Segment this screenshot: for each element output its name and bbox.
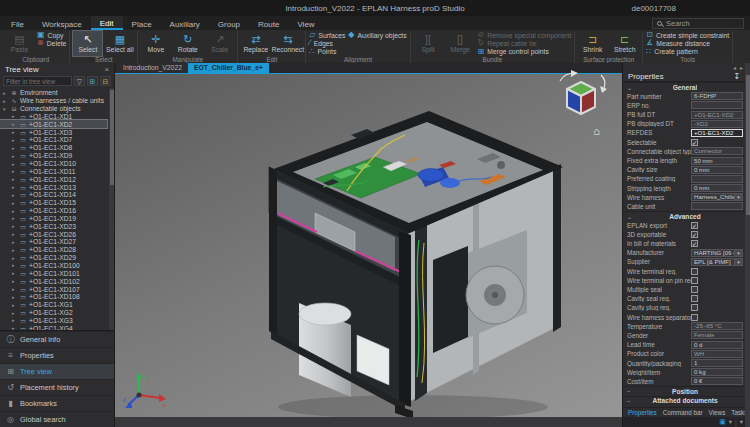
property-value[interactable]: 50 mm xyxy=(691,157,743,165)
properties-scrollbar[interactable] xyxy=(745,63,750,427)
property-value[interactable]: -XD2 xyxy=(691,120,743,128)
dropdown-icon[interactable] xyxy=(735,258,743,266)
tree-item[interactable]: ▸ ▭ +O1-EC1-XD26 xyxy=(0,230,107,238)
checkbox[interactable] xyxy=(691,240,698,247)
property-value[interactable]: 6-FDHP xyxy=(691,92,743,100)
checkbox[interactable] xyxy=(691,268,698,275)
search-input[interactable]: Search xyxy=(652,18,744,29)
expander-icon[interactable]: ▸ xyxy=(12,262,17,268)
tree-item[interactable]: ▸ ▭ +O1-EC1-XD29 xyxy=(0,254,107,262)
expander-icon[interactable]: ▸ xyxy=(12,176,17,182)
property-row[interactable]: Fixed extra length 50 mm xyxy=(623,156,745,165)
expander-icon[interactable]: ▸ xyxy=(12,121,17,127)
tree-item[interactable]: ▸ ▭ +O1-EC1-XG2 xyxy=(0,309,107,317)
dropdown-icon[interactable] xyxy=(735,193,743,201)
expander-icon[interactable]: ▸ xyxy=(12,239,17,245)
expander-icon[interactable]: ▸ xyxy=(12,310,17,316)
tree-item[interactable]: ▸ ▭ +O1-EC1-XD3 xyxy=(0,128,107,136)
tree-item[interactable]: ▸ ▭ +O1-EC1-XD28 xyxy=(0,246,107,254)
panel-prev-icon[interactable]: ◂ xyxy=(733,64,736,71)
ribbon-tab[interactable]: File xyxy=(2,16,33,30)
expander-icon[interactable]: ▸ xyxy=(12,223,17,229)
checkbox[interactable] xyxy=(691,139,698,146)
property-value[interactable]: -25~85 °C xyxy=(691,322,743,330)
section-expander-icon[interactable]: ⌄ xyxy=(627,213,632,220)
chevron-down-icon[interactable]: ▾ xyxy=(740,418,743,426)
ribbon-tab[interactable]: Edit xyxy=(91,16,123,30)
ribbon-button[interactable]: ⇆ Reconnect xyxy=(273,31,302,56)
expander-icon[interactable]: ▸ xyxy=(12,168,17,174)
tree-item[interactable]: ▸ ▭ +O1-EC1-XD12 xyxy=(0,175,107,183)
ribbon-button[interactable]: ↖ Select xyxy=(73,31,102,56)
property-row[interactable]: Quantity/packaging 1 xyxy=(623,358,745,367)
property-value[interactable] xyxy=(691,202,743,210)
property-value[interactable]: Harness_Chiller_M xyxy=(691,193,735,201)
tree-item[interactable]: ▸ ▭ +O1-EC1-XG3 xyxy=(0,316,107,324)
property-row[interactable]: Cavity plug req. xyxy=(623,303,745,312)
property-row[interactable]: Cavity size 0 mm xyxy=(623,165,745,174)
checkbox[interactable] xyxy=(691,304,698,311)
property-row[interactable]: Part number 6-FDHP xyxy=(623,92,745,101)
property-row[interactable]: − Position xyxy=(623,386,745,396)
property-value[interactable]: Female xyxy=(691,331,743,339)
tree-item[interactable]: ▸ ▭ +O1-EC1-XD2 xyxy=(0,120,107,128)
tree-item[interactable]: ▸ ▭ +O1-EC1-XD1 xyxy=(0,113,107,121)
ribbon-button[interactable]: ∴ Points xyxy=(309,48,345,56)
ribbon-button[interactable]: ⊗ Delete xyxy=(37,39,66,47)
property-row[interactable]: Cable unit xyxy=(623,202,745,211)
close-icon[interactable]: × xyxy=(104,65,109,74)
ribbon-tab[interactable]: Workspace xyxy=(33,16,91,30)
ribbon-button[interactable]: ▤ Paste xyxy=(5,31,34,56)
ribbon-tab[interactable]: Auxiliary xyxy=(161,16,209,30)
tree-item[interactable]: ▸ ▭ +O1-EC1-XD107 xyxy=(0,285,107,293)
property-row[interactable]: Supplier EPL [& PIMF] xyxy=(623,257,745,266)
expander-icon[interactable]: ▸ xyxy=(12,200,17,206)
pin-icon[interactable]: ↧ xyxy=(733,72,740,81)
property-value[interactable]: 1 xyxy=(691,359,743,367)
document-tab[interactable]: Introduction_V2022 xyxy=(117,63,188,73)
section-expander-icon[interactable]: − xyxy=(627,398,631,404)
property-row[interactable]: Manufacturer HARTING [09 45 4 xyxy=(623,248,745,257)
property-row[interactable]: Lead time 0 d xyxy=(623,340,745,349)
expander-icon[interactable]: ▸ xyxy=(12,153,17,159)
property-row[interactable]: Gender Female xyxy=(623,331,745,340)
ribbon-button[interactable]: ∡ Measure distance xyxy=(646,39,729,47)
checkbox[interactable] xyxy=(691,295,698,302)
tree-filter-input[interactable] xyxy=(3,76,72,86)
ribbon-tab[interactable]: Group xyxy=(209,16,249,30)
ribbon-button[interactable]: ⊡ Create simple constraint xyxy=(646,31,729,39)
home-icon[interactable]: ⌂ xyxy=(593,125,600,137)
ribbon-button[interactable]: [] Merge xyxy=(446,31,475,56)
ribbon-button[interactable]: ▱ Surfaces xyxy=(309,31,345,39)
property-value[interactable]: 0 mm xyxy=(691,184,743,192)
tree-item[interactable]: ▸ ⊕ Environment xyxy=(0,89,107,97)
tree-item[interactable]: ▸ ▭ +O1-EC1-XD7 xyxy=(0,136,107,144)
dock-item[interactable]: ⓘ General info xyxy=(0,331,114,347)
dropdown-icon[interactable] xyxy=(735,249,743,257)
expand-all-icon[interactable]: ⊞ xyxy=(87,76,98,86)
property-value[interactable]: 0 kg xyxy=(691,368,743,376)
ribbon-button[interactable]: ◆ Auxiliary objects xyxy=(348,31,406,39)
property-row[interactable]: Stripping length 0 mm xyxy=(623,183,745,192)
property-row[interactable]: PB displayed DT -XD2 xyxy=(623,119,745,128)
dock-item[interactable]: ◎ Global search xyxy=(0,411,114,427)
ribbon-button[interactable]: ↻ Repeat cable tie xyxy=(478,39,572,47)
ribbon-button[interactable]: ][ Split xyxy=(414,31,443,56)
ribbon-button[interactable]: ⊞ Merge control points xyxy=(478,48,572,56)
tree-item[interactable]: ▸ ▭ +O1-EC1-XD14 xyxy=(0,191,107,199)
ribbon-button[interactable]: ⇄ Replace xyxy=(241,31,270,56)
tree-item[interactable]: ▸ ▭ +O1-EC1-XD16 xyxy=(0,207,107,215)
tree-item[interactable]: ▸ ▭ +O1-EC1-XD10 xyxy=(0,160,107,168)
property-row[interactable]: In bill of materials xyxy=(623,239,745,248)
property-row[interactable]: Preferred coating xyxy=(623,174,745,183)
panel-tab[interactable]: Properties xyxy=(625,409,660,416)
expander-icon[interactable]: ▸ xyxy=(12,184,17,190)
checkbox[interactable] xyxy=(691,222,698,229)
ribbon-button[interactable]: ↗ Scale xyxy=(205,31,234,56)
property-value[interactable]: 0 mm xyxy=(691,166,743,174)
property-value[interactable] xyxy=(691,101,743,109)
tree-item[interactable]: ▸ ▭ +O1-EC1-XD102 xyxy=(0,277,107,285)
property-row[interactable]: Connectable object type Connector xyxy=(623,147,745,156)
chevron-down-icon[interactable]: ▾ xyxy=(729,418,732,426)
property-row[interactable]: − Attached documents xyxy=(623,396,745,406)
